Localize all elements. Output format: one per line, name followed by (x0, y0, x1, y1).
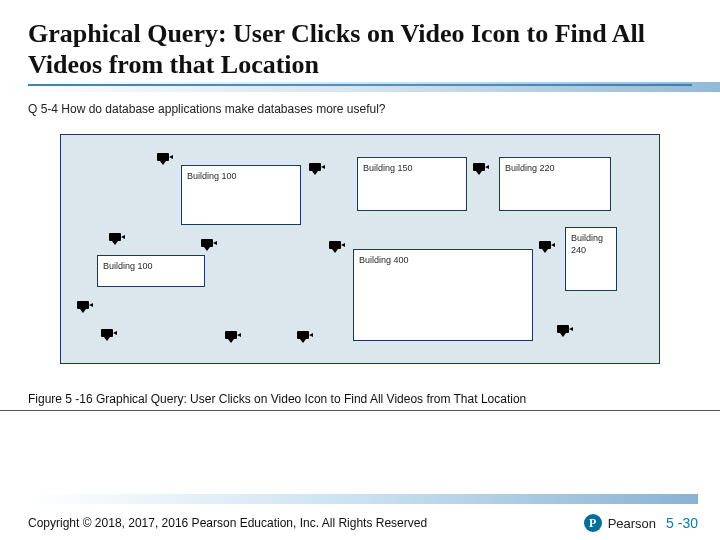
building-240-label-2: 240 (571, 245, 586, 255)
pearson-logo-icon: P (584, 514, 602, 532)
pearson-label: Pearson (608, 516, 656, 531)
video-camera-icon[interactable] (109, 231, 129, 243)
title-underline-gradient (0, 82, 720, 92)
video-camera-icon[interactable] (201, 237, 221, 249)
pearson-brand: P Pearson (584, 514, 656, 532)
video-camera-icon[interactable] (157, 151, 177, 163)
copyright-text: Copyright © 2018, 2017, 2016 Pearson Edu… (28, 516, 427, 530)
video-camera-icon[interactable] (557, 323, 577, 335)
video-camera-icon[interactable] (101, 327, 121, 339)
building-240-label-1: Building (571, 233, 603, 243)
footer: Copyright © 2018, 2017, 2016 Pearson Edu… (0, 494, 720, 540)
building-100b-label: Building 100 (103, 261, 153, 271)
video-camera-icon[interactable] (473, 161, 493, 173)
video-camera-icon[interactable] (329, 239, 349, 251)
building-400-label: Building 400 (359, 255, 409, 265)
video-camera-icon[interactable] (225, 329, 245, 341)
video-camera-icon[interactable] (309, 161, 329, 173)
video-camera-icon[interactable] (77, 299, 97, 311)
building-150-label: Building 150 (363, 163, 413, 173)
figure-area: Building 100 Building 150 Building 220 B… (60, 134, 660, 364)
slide-title: Graphical Query: User Clicks on Video Ic… (28, 18, 692, 86)
building-100a-label: Building 100 (187, 171, 237, 181)
building-220-label: Building 220 (505, 163, 555, 173)
sub-question: Q 5-4 How do database applications make … (0, 92, 720, 116)
video-camera-icon[interactable] (539, 239, 559, 251)
building-100b (97, 255, 205, 287)
video-camera-icon[interactable] (297, 329, 317, 341)
page-number: 5 -30 (666, 515, 698, 531)
figure-caption: Figure 5 -16 Graphical Query: User Click… (0, 364, 720, 411)
